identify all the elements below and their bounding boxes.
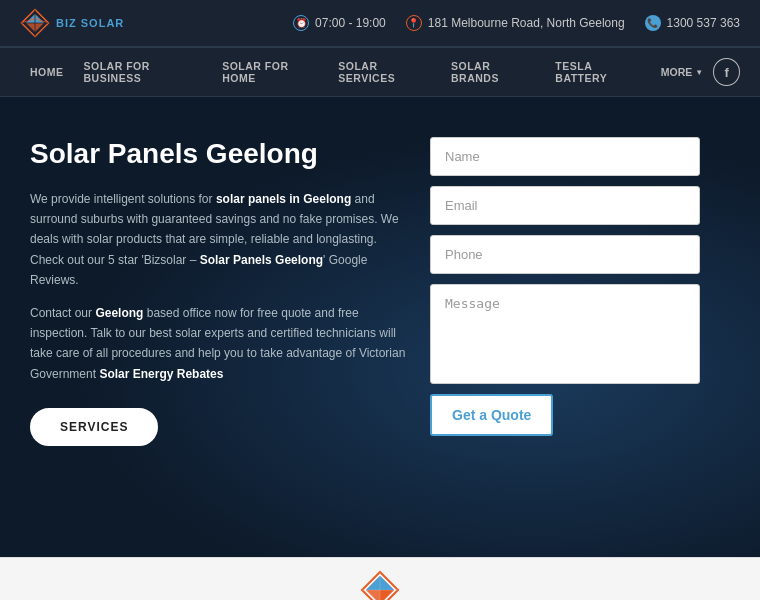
get-quote-button[interactable]: Get a Quote [430,394,553,436]
address-item: 📍 181 Melbourne Road, North Geelong [406,15,625,31]
hours-text: 07:00 - 19:00 [315,16,386,30]
clock-icon: ⏰ [293,15,309,31]
nav-solar-brands[interactable]: SOLAR BRANDS [441,48,545,96]
address-text: 181 Melbourne Road, North Geelong [428,16,625,30]
phone-input[interactable] [430,235,700,274]
nav-solar-business[interactable]: SOLAR FOR BUSINESS [74,48,213,96]
hero-section: Solar Panels Geelong We provide intellig… [0,97,760,557]
facebook-icon[interactable]: f [713,58,740,86]
nav-solar-services[interactable]: SOLAR SERVICES [328,48,441,96]
message-input[interactable] [430,284,700,384]
nav-solar-home[interactable]: SOLAR FOR HOME [212,48,328,96]
hours-item: ⏰ 07:00 - 19:00 [293,15,386,31]
hero-body1: We provide intelligent solutions for sol… [30,189,410,291]
phone-icon: 📞 [645,15,661,31]
nav-home[interactable]: HOME [20,54,74,90]
logo-text: BIZ SOLAR [56,17,124,29]
nav-bar: HOME SOLAR FOR BUSINESS SOLAR FOR HOME S… [0,47,760,97]
nav-links: HOME SOLAR FOR BUSINESS SOLAR FOR HOME S… [20,48,713,96]
services-button[interactable]: SERVICES [30,408,158,446]
top-bar: BIZ SOLAR ⏰ 07:00 - 19:00 📍 181 Melbourn… [0,0,760,47]
hero-title: Solar Panels Geelong [30,137,410,171]
top-bar-info: ⏰ 07:00 - 19:00 📍 181 Melbourne Road, No… [293,15,740,31]
location-icon: 📍 [406,15,422,31]
nav-more[interactable]: MORE ▼ [651,54,713,90]
hero-left: Solar Panels Geelong We provide intellig… [30,137,430,517]
hero-body2: Contact our Geelong based office now for… [30,303,410,385]
name-input[interactable] [430,137,700,176]
footer [0,557,760,600]
logo[interactable]: BIZ SOLAR [20,8,124,38]
email-input[interactable] [430,186,700,225]
footer-logo-icon [360,570,400,600]
phone-item[interactable]: 📞 1300 537 363 [645,15,740,31]
contact-form: Get a Quote [430,137,700,517]
chevron-down-icon: ▼ [695,68,703,77]
phone-text: 1300 537 363 [667,16,740,30]
nav-tesla-battery[interactable]: TESLA BATTERY [545,48,651,96]
logo-icon [20,8,50,38]
